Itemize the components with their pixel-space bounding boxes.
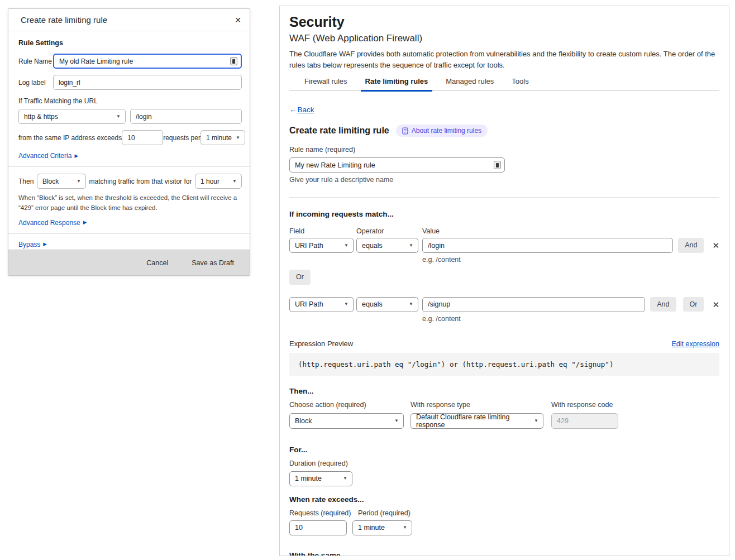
rule-name-label: Rule name (required) bbox=[289, 146, 719, 154]
rules-tabs: Firewall rules Rate limiting rules Manag… bbox=[289, 77, 719, 91]
dialog-header: Create rate limiting rule ✕ bbox=[8, 9, 250, 31]
back-link[interactable]: ← Back bbox=[289, 106, 314, 114]
tab-rate-limiting-rules[interactable]: Rate limiting rules bbox=[365, 77, 429, 90]
scheme-select[interactable]: http & https ▼ bbox=[18, 109, 126, 124]
log-label-label: Log label bbox=[18, 79, 53, 87]
log-label-row: Log label bbox=[18, 75, 242, 90]
divider bbox=[289, 197, 719, 198]
threshold-suffix-text: requests per bbox=[163, 134, 201, 142]
traffic-match-label: If Traffic Matching the URL bbox=[18, 97, 242, 105]
field-select-value: URI Path bbox=[295, 300, 323, 308]
rule-name-input[interactable] bbox=[53, 54, 242, 69]
period-select[interactable]: 1 minute ▼ bbox=[201, 130, 245, 145]
match-row-2: URI Path ▼ equals ▼ And Or ✕ bbox=[289, 297, 719, 312]
operator-select-value: equals bbox=[362, 242, 383, 250]
page-title: Security bbox=[289, 14, 719, 30]
dropdown-arrow-icon: ▼ bbox=[236, 136, 240, 140]
operator-select-2[interactable]: equals ▼ bbox=[356, 297, 418, 312]
rule-name-row: Rule Name bbox=[18, 54, 242, 69]
about-rate-limiting-badge[interactable]: About rate limiting rules bbox=[396, 125, 488, 137]
for-heading: For... bbox=[289, 446, 719, 454]
expression-code: (http.request.uri.path eq "/login") or (… bbox=[289, 353, 719, 376]
response-code-label: With response code bbox=[551, 401, 618, 409]
tab-firewall-rules[interactable]: Firewall rules bbox=[304, 77, 348, 90]
dropdown-arrow-icon: ▼ bbox=[403, 525, 407, 530]
response-type-label: With response type bbox=[411, 401, 543, 409]
advanced-response-link[interactable]: Advanced Response ▶ bbox=[18, 219, 87, 227]
period-label: Period (required) bbox=[358, 509, 411, 517]
then-heading: Then... bbox=[289, 387, 719, 395]
duration-select[interactable]: 1 hour ▼ bbox=[195, 174, 242, 189]
close-icon[interactable]: ✕ bbox=[235, 16, 241, 24]
tab-tools[interactable]: Tools bbox=[511, 77, 529, 90]
dialog-title: Create rate limiting rule bbox=[21, 15, 107, 25]
value-input-2[interactable] bbox=[422, 297, 645, 312]
page-description: The Cloudflare WAF provides both automat… bbox=[289, 49, 719, 70]
document-icon bbox=[402, 127, 408, 135]
log-label-input-field[interactable] bbox=[59, 79, 238, 87]
advanced-criteria-link[interactable]: Advanced Criteria ▶ bbox=[18, 152, 78, 160]
threshold-input[interactable] bbox=[122, 130, 163, 145]
remove-condition-icon[interactable]: ✕ bbox=[712, 241, 719, 250]
divider bbox=[8, 233, 250, 234]
or-button[interactable]: Or bbox=[289, 270, 311, 285]
waf-security-panel: Security WAF (Web Application Firewall) … bbox=[279, 6, 729, 556]
rule-name-label: Rule Name bbox=[18, 58, 53, 65]
and-button-row-2[interactable]: And bbox=[650, 297, 676, 312]
rate-exceeds-heading: When rate exceeds... bbox=[289, 495, 719, 504]
cancel-button[interactable]: Cancel bbox=[146, 259, 168, 267]
with-same-heading: With the same... bbox=[289, 551, 719, 557]
then-suffix-text: matching traffic from that visitor for bbox=[89, 178, 192, 185]
action-select[interactable]: Block ▼ bbox=[37, 174, 86, 189]
tab-managed-rules[interactable]: Managed rules bbox=[445, 77, 494, 90]
requests-input[interactable] bbox=[289, 520, 347, 535]
rule-name-input-field[interactable] bbox=[295, 161, 491, 169]
dropdown-arrow-icon: ▼ bbox=[343, 476, 347, 481]
incoming-requests-heading: If incoming requests match... bbox=[289, 210, 719, 218]
value-input-1[interactable] bbox=[422, 238, 673, 253]
rule-name-input[interactable] bbox=[289, 157, 505, 173]
dropdown-arrow-icon: ▼ bbox=[534, 419, 538, 423]
choose-action-value: Block bbox=[295, 417, 312, 425]
dropdown-arrow-icon: ▼ bbox=[409, 302, 413, 307]
dropdown-arrow-icon: ▼ bbox=[344, 243, 349, 248]
duration-select[interactable]: 1 minute ▼ bbox=[289, 471, 352, 486]
bypass-link[interactable]: Bypass ▶ bbox=[18, 241, 47, 248]
advanced-response-label: Advanced Response bbox=[18, 219, 80, 227]
advanced-criteria-label: Advanced Criteria bbox=[18, 152, 71, 160]
badge-label: About rate limiting rules bbox=[412, 127, 481, 135]
and-button-row-1[interactable]: And bbox=[678, 238, 704, 253]
autofill-icon bbox=[230, 57, 237, 65]
chevron-right-icon: ▶ bbox=[43, 242, 47, 247]
url-pattern-input[interactable] bbox=[130, 109, 242, 124]
or-button-row-2[interactable]: Or bbox=[683, 297, 704, 312]
value-hint-2: e.g. /content bbox=[422, 315, 719, 323]
operator-select-value: equals bbox=[362, 300, 383, 308]
log-label-input[interactable] bbox=[53, 75, 242, 90]
chevron-right-icon: ▶ bbox=[83, 220, 87, 225]
value-hint-1: e.g. /content bbox=[422, 256, 719, 264]
value-column-label: Value bbox=[422, 227, 440, 235]
duration-label: Duration (required) bbox=[289, 460, 719, 467]
dropdown-arrow-icon: ▼ bbox=[116, 114, 121, 119]
back-arrow-icon: ← bbox=[289, 106, 297, 114]
remove-condition-icon[interactable]: ✕ bbox=[712, 300, 719, 309]
threshold-row: from the same IP address exceeds request… bbox=[18, 130, 242, 145]
field-select-2[interactable]: URI Path ▼ bbox=[289, 297, 354, 312]
response-type-select[interactable]: Default Cloudflare rate limiting respons… bbox=[411, 413, 543, 429]
save-as-draft-button[interactable]: Save as Draft bbox=[192, 259, 234, 267]
response-type-value: Default Cloudflare rate limiting respons… bbox=[416, 413, 531, 429]
operator-select-1[interactable]: equals ▼ bbox=[356, 238, 418, 253]
field-select-1[interactable]: URI Path ▼ bbox=[289, 238, 354, 253]
chevron-right-icon: ▶ bbox=[74, 154, 78, 159]
page-subtitle: WAF (Web Application Firewall) bbox=[289, 33, 719, 44]
edit-expression-link[interactable]: Edit expression bbox=[672, 340, 719, 348]
choose-action-select[interactable]: Block ▼ bbox=[289, 413, 404, 429]
rule-name-input-field[interactable] bbox=[59, 58, 227, 65]
dialog-body: Rule Settings Rule Name Log label If Tra… bbox=[8, 31, 250, 248]
field-select-value: URI Path bbox=[295, 242, 323, 250]
bypass-label: Bypass bbox=[18, 241, 40, 248]
action-select-value: Block bbox=[42, 178, 59, 185]
rate-period-select[interactable]: 1 minute ▼ bbox=[352, 520, 412, 535]
dialog-footer: Cancel Save as Draft bbox=[8, 250, 250, 275]
